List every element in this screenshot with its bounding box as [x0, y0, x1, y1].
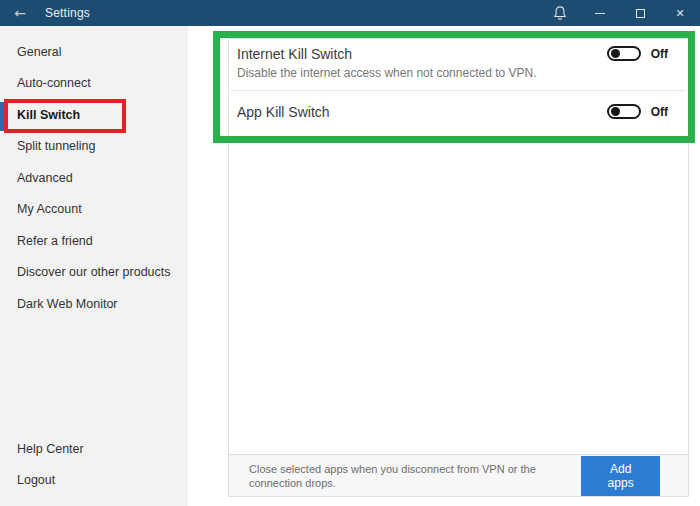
app-kill-switch-row: App Kill Switch Off — [229, 91, 688, 134]
back-button[interactable]: ← — [0, 0, 40, 26]
sidebar-item-split-tunneling[interactable]: Split tunneling — [0, 131, 188, 163]
internet-kill-switch-title: Internet Kill Switch — [237, 45, 607, 64]
app-kill-switch-title: App Kill Switch — [237, 103, 607, 122]
sidebar-item-refer-a-friend[interactable]: Refer a friend — [0, 225, 188, 257]
toggle-knob — [611, 107, 620, 116]
close-button[interactable]: ✕ — [660, 0, 700, 26]
sidebar-item-auto-connect[interactable]: Auto-connect — [0, 68, 188, 100]
kill-switch-page: Internet Kill Switch Disable the interne… — [188, 26, 700, 506]
app-kill-switch-toggle[interactable] — [607, 104, 641, 119]
window-controls: ✕ — [540, 0, 700, 26]
settings-sidebar: General Auto-connect Kill Switch Split t… — [0, 26, 188, 506]
footer-note: Close selected apps when you disconnect … — [249, 462, 581, 490]
app-kill-switch-toggle-group: Off — [607, 104, 668, 119]
maximize-button[interactable] — [620, 0, 660, 26]
sidebar-item-advanced[interactable]: Advanced — [0, 162, 188, 194]
panel-footer: Close selected apps when you disconnect … — [229, 454, 688, 496]
sidebar-bottom-group: Help Center Logout — [0, 433, 188, 496]
sidebar-item-help-center[interactable]: Help Center — [0, 433, 188, 465]
internet-kill-switch-description: Disable the internet access when not con… — [237, 65, 607, 81]
titlebar: ← Settings ✕ — [0, 0, 700, 26]
minimize-button[interactable] — [580, 0, 620, 26]
internet-kill-switch-texts: Internet Kill Switch Disable the interne… — [237, 45, 607, 81]
window-title: Settings — [45, 6, 90, 20]
sidebar-item-dark-web-monitor[interactable]: Dark Web Monitor — [0, 288, 188, 320]
app-list-empty-area — [229, 134, 688, 454]
sidebar-item-discover-products[interactable]: Discover our other products — [0, 257, 188, 289]
sidebar-item-general[interactable]: General — [0, 36, 188, 68]
selected-item-accent-bar — [0, 102, 4, 131]
close-icon: ✕ — [675, 8, 684, 19]
sidebar-item-kill-switch[interactable]: Kill Switch — [0, 99, 188, 131]
add-apps-button[interactable]: Add apps — [581, 456, 660, 496]
app-kill-switch-texts: App Kill Switch — [237, 103, 607, 122]
minimize-icon — [595, 13, 605, 14]
internet-kill-switch-toggle[interactable] — [607, 46, 641, 61]
internet-kill-switch-row: Internet Kill Switch Disable the interne… — [229, 39, 688, 90]
back-arrow-icon: ← — [14, 5, 26, 21]
bell-icon — [553, 5, 567, 21]
app-kill-switch-state-label: Off — [651, 105, 668, 119]
sidebar-item-logout[interactable]: Logout — [0, 465, 188, 497]
kill-switch-panel: Internet Kill Switch Disable the interne… — [228, 38, 689, 497]
internet-kill-switch-state-label: Off — [651, 47, 668, 61]
toggle-knob — [611, 49, 620, 58]
notifications-button[interactable] — [540, 0, 580, 26]
internet-kill-switch-toggle-group: Off — [607, 46, 668, 61]
maximize-icon — [636, 9, 645, 18]
settings-window: ← Settings ✕ General Auto-conn — [0, 0, 700, 506]
sidebar-item-my-account[interactable]: My Account — [0, 194, 188, 226]
